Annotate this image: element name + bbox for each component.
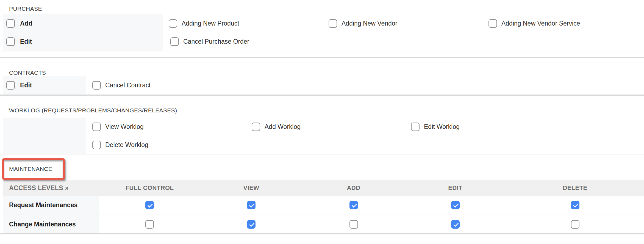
contracts-permissions-block: Edit Cancel Contract xyxy=(0,76,644,95)
request-maintenances-edit-checkbox[interactable] xyxy=(451,201,460,209)
column-header-view: VIEW xyxy=(200,184,303,192)
adding-new-vendor-service-checkbox[interactable] xyxy=(488,19,497,28)
edit-worklog-label: Edit Worklog xyxy=(424,123,460,131)
request-maintenances-label: Request Maintenances xyxy=(3,196,99,215)
view-worklog-label: View Worklog xyxy=(105,123,144,131)
contracts-edit-label: Edit xyxy=(20,82,32,89)
contracts-edit-checkbox[interactable] xyxy=(6,81,15,90)
worklog-section-title: WORKLOG (REQUESTS/PROBLEMS/CHANGES/RELEA… xyxy=(0,96,644,114)
change-maintenances-delete-checkbox[interactable] xyxy=(571,220,579,229)
purchase-edit-label: Edit xyxy=(20,38,32,45)
worklog-row-1: View Worklog Add Worklog Edit Worklog xyxy=(0,118,644,136)
maintenance-access-table: ACCESS LEVELS » FULL CONTROL VIEW ADD ED… xyxy=(3,180,644,233)
adding-new-vendor-checkbox[interactable] xyxy=(329,19,337,28)
change-maintenances-label: Change Maintenances xyxy=(3,215,99,233)
purchase-section-title: PURCHASE xyxy=(0,0,644,14)
maintenance-highlight-annotation: MAINTENANCE xyxy=(2,158,65,180)
adding-new-product-label: Adding New Product xyxy=(182,20,239,27)
purchase-add-checkbox[interactable] xyxy=(6,19,15,28)
contracts-row-1: Edit Cancel Contract xyxy=(0,76,644,95)
cancel-contract-checkbox[interactable] xyxy=(92,81,101,90)
purchase-row-1: Add Adding New Product Adding New Vendor… xyxy=(0,14,644,32)
contracts-section-title: CONTRACTS xyxy=(0,58,644,76)
adding-new-vendor-label: Adding New Vendor xyxy=(342,20,397,27)
adding-new-product-checkbox[interactable] xyxy=(169,19,177,28)
access-levels-header-row: ACCESS LEVELS » FULL CONTROL VIEW ADD ED… xyxy=(3,180,644,196)
change-maintenances-add-checkbox[interactable] xyxy=(349,220,358,229)
delete-worklog-label: Delete Worklog xyxy=(105,141,148,149)
bottom-divider xyxy=(0,233,644,234)
change-maintenances-edit-checkbox[interactable] xyxy=(451,220,460,229)
table-row-request-maintenances: Request Maintenances xyxy=(3,196,644,215)
access-levels-corner-header: ACCESS LEVELS » xyxy=(3,184,99,192)
column-header-delete: DELETE xyxy=(506,184,644,192)
adding-new-vendor-service-label: Adding New Vendor Service xyxy=(501,20,580,27)
add-worklog-label: Add Worklog xyxy=(265,123,301,131)
worklog-permissions-block: View Worklog Add Worklog Edit Worklog De… xyxy=(0,118,644,154)
request-maintenances-add-checkbox[interactable] xyxy=(349,201,358,209)
edit-worklog-checkbox[interactable] xyxy=(411,123,420,131)
request-maintenances-view-checkbox[interactable] xyxy=(247,201,256,209)
maintenance-section-title: MAINTENANCE xyxy=(9,166,52,172)
column-header-full-control: FULL CONTROL xyxy=(99,184,200,192)
column-header-add: ADD xyxy=(303,184,404,192)
request-maintenances-full-control-checkbox[interactable] xyxy=(145,201,154,209)
purchase-edit-checkbox[interactable] xyxy=(6,37,15,46)
column-header-edit: EDIT xyxy=(404,184,506,192)
worklog-row-2: Delete Worklog xyxy=(0,136,644,154)
view-worklog-checkbox[interactable] xyxy=(92,123,101,131)
delete-worklog-checkbox[interactable] xyxy=(92,141,101,149)
cancel-purchase-order-label: Cancel Purchase Order xyxy=(183,38,249,45)
table-row-change-maintenances: Change Maintenances xyxy=(3,215,644,233)
change-maintenances-view-checkbox[interactable] xyxy=(247,220,256,229)
purchase-permissions-block: Add Adding New Product Adding New Vendor… xyxy=(0,14,644,51)
cancel-contract-label: Cancel Contract xyxy=(105,82,151,89)
add-worklog-checkbox[interactable] xyxy=(252,123,260,131)
cancel-purchase-order-checkbox[interactable] xyxy=(170,37,179,46)
request-maintenances-delete-checkbox[interactable] xyxy=(571,201,579,209)
change-maintenances-full-control-checkbox[interactable] xyxy=(145,220,154,229)
purchase-add-label: Add xyxy=(20,20,32,27)
purchase-row-2: Edit Cancel Purchase Order xyxy=(0,32,644,51)
